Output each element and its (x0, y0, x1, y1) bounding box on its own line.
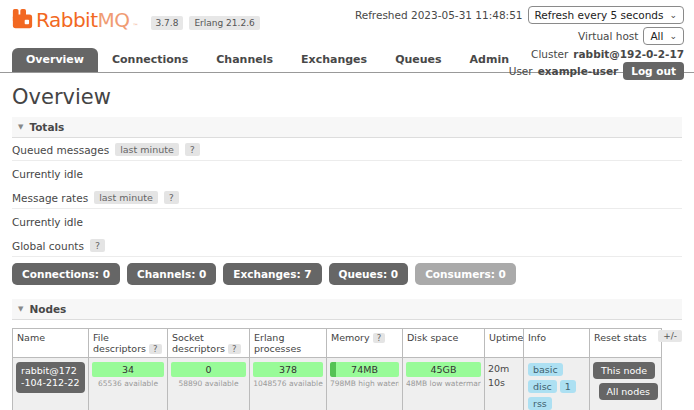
tab-connections[interactable]: Connections (98, 48, 202, 72)
virtual-host-label: Virtual host (578, 30, 638, 42)
global-counts-label: Global counts (12, 240, 84, 252)
info-badge-1[interactable]: 1 (560, 380, 576, 393)
help-icon[interactable]: ? (185, 143, 200, 156)
logout-button[interactable]: Log out (623, 62, 684, 80)
main-content: Overview ▼ Totals Queued messages last m… (0, 85, 694, 410)
queued-messages-label: Queued messages (12, 144, 109, 156)
col-memory: Memory ? (327, 329, 403, 358)
consumers-count-badge[interactable]: Consumers: 0 (415, 263, 516, 285)
erlang-processes-cell: 378 1048576 available (250, 358, 327, 410)
rabbitmq-logo[interactable]: RabbitMQ ™ (12, 8, 139, 32)
cluster-name: rabbit@192-0-2-17 (573, 48, 684, 60)
trademark-symbol: ™ (133, 22, 139, 29)
nodes-table-container: +/- Name File descriptors ? Socket descr… (12, 328, 682, 410)
disk-space-cell: 45GB 48MB low watermark (403, 358, 485, 410)
col-info: Info (524, 329, 590, 358)
chevron-down-icon: ⌄ (669, 32, 677, 41)
queued-messages-idle-text: Currently idle (12, 161, 682, 186)
queued-messages-mode-badge[interactable]: last minute (115, 143, 179, 156)
reset-all-nodes-button[interactable]: All nodes (599, 383, 658, 400)
message-rates-idle-text: Currently idle (12, 209, 682, 234)
memory-used-fill (330, 362, 336, 377)
message-rates-mode-badge[interactable]: last minute (94, 191, 158, 204)
exchanges-count-badge[interactable]: Exchanges: 7 (223, 263, 321, 285)
info-badge-disc[interactable]: disc (528, 380, 557, 393)
tab-channels[interactable]: Channels (202, 48, 287, 72)
user-label: User (509, 65, 533, 77)
help-icon[interactable]: ? (90, 239, 105, 252)
col-uptime: Uptime (485, 329, 524, 358)
col-disk-space: Disk space (403, 329, 485, 358)
totals-section-header[interactable]: ▼ Totals (12, 117, 682, 138)
col-reset-stats: Reset stats (590, 329, 662, 358)
column-toggle-badge[interactable]: +/- (658, 330, 682, 342)
queues-count-badge[interactable]: Queues: 0 (329, 263, 409, 285)
global-count-badges: Connections: 0 Channels: 0 Exchanges: 7 … (12, 263, 682, 285)
refreshed-timestamp: Refreshed 2023-05-31 11:48:51 (355, 9, 523, 21)
col-name: Name (13, 329, 89, 358)
col-erlang-processes: Erlang processes (250, 329, 327, 358)
reset-this-node-button[interactable]: This node (593, 362, 655, 379)
socket-descriptors-cell: 0 58890 available (168, 358, 250, 410)
reset-stats-cell: This node All nodes (590, 358, 662, 410)
erlang-version-badge: Erlang 21.2.6 (189, 16, 259, 30)
virtual-host-select[interactable]: All ⌄ (643, 27, 684, 45)
node-name-badge[interactable]: rabbit@172-104-212-22 (16, 362, 85, 393)
connections-count-badge[interactable]: Connections: 0 (12, 263, 120, 285)
memory-cell: 74MB 798MB high watermark (327, 358, 403, 410)
nodes-section-title: Nodes (29, 303, 66, 315)
info-cell: basicdisc1rss (524, 358, 590, 410)
triangle-down-icon: ▼ (18, 305, 23, 313)
global-counts-heading: Global counts ? (12, 234, 682, 257)
user-name: example-user (538, 65, 619, 77)
file-descriptors-cell: 34 65536 available (89, 358, 168, 410)
triangle-down-icon: ▼ (18, 123, 23, 131)
rabbitmq-rabbit-icon (12, 8, 33, 32)
message-rates-label: Message rates (12, 192, 88, 204)
message-rates-heading: Message rates last minute ? (12, 186, 682, 209)
nodes-table: Name File descriptors ? Socket descripto… (12, 328, 662, 410)
channels-count-badge[interactable]: Channels: 0 (127, 263, 216, 285)
queued-messages-heading: Queued messages last minute ? (12, 138, 682, 161)
tab-overview[interactable]: Overview (12, 48, 98, 72)
help-icon[interactable]: ? (373, 333, 386, 343)
nodes-section-header[interactable]: ▼ Nodes (12, 299, 682, 320)
page-title: Overview (12, 85, 682, 109)
col-file-descriptors: File descriptors ? (89, 329, 168, 358)
rabbitmq-version-badge: 3.7.8 (151, 16, 184, 30)
uptime-cell: 20m 10s (485, 358, 524, 410)
info-badge-basic[interactable]: basic (528, 363, 563, 376)
help-icon[interactable]: ? (228, 344, 241, 354)
logo-wordmark: RabbitMQ (36, 8, 130, 32)
header: RabbitMQ ™ 3.7.8 Erlang 21.2.6 Refreshed… (0, 0, 694, 48)
node-row: rabbit@172-104-212-22 34 65536 available… (13, 358, 662, 410)
chevron-down-icon: ⌄ (669, 11, 677, 20)
table-header-row: Name File descriptors ? Socket descripto… (13, 329, 662, 358)
col-socket-descriptors: Socket descriptors ? (168, 329, 250, 358)
node-name-cell: rabbit@172-104-212-22 (13, 358, 89, 410)
refresh-interval-select[interactable]: Refresh every 5 seconds ⌄ (528, 6, 684, 24)
info-badge-rss[interactable]: rss (528, 397, 552, 410)
help-icon[interactable]: ? (164, 191, 179, 204)
help-icon[interactable]: ? (149, 344, 162, 354)
totals-section-title: Totals (29, 121, 64, 133)
header-status-block: Refreshed 2023-05-31 11:48:51 Refresh ev… (355, 6, 684, 83)
cluster-label: Cluster (531, 48, 568, 60)
